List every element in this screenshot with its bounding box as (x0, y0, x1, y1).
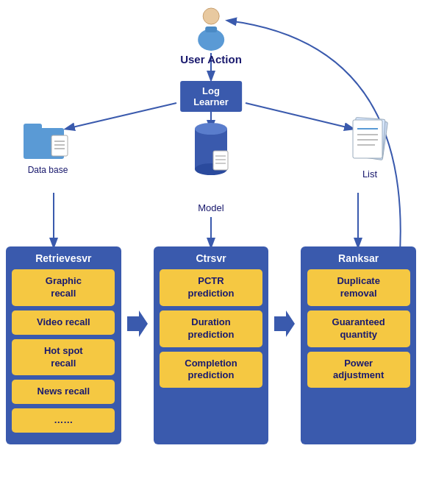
list-label: List (362, 168, 377, 180)
column-ctrsvr-title: Ctrsvr (196, 252, 226, 264)
svg-marker-30 (127, 310, 148, 337)
column-retrievesvr: Retrievesvr Graphicrecall Video recall H… (6, 246, 121, 444)
list-area: List (347, 114, 393, 180)
cylinder-area: Model (189, 114, 233, 213)
col-item-hot-spot-recall: Hot spotrecall (12, 339, 115, 376)
model-label: Model (198, 202, 223, 213)
col-item-video-recall: Video recall (12, 310, 115, 335)
column-ranksar: Ranksar Duplicateremoval Guaranteedquant… (301, 246, 416, 444)
log-learner-label: LogLearner (193, 85, 229, 107)
svg-rect-9 (205, 26, 217, 32)
user-icon (192, 6, 230, 52)
column-ranksar-title: Ranksar (338, 252, 379, 264)
svg-line-1 (66, 103, 176, 129)
col-item-pctr-prediction: PCTRprediction (160, 269, 262, 306)
svg-line-3 (246, 103, 353, 129)
col-item-duration-prediction: Durationprediction (160, 310, 262, 347)
arrow-1-2 (127, 246, 148, 444)
svg-rect-25 (353, 120, 382, 158)
column-retrievesvr-title: Retrievesvr (35, 252, 91, 264)
svg-rect-12 (51, 135, 68, 156)
log-learner-box: LogLearner (180, 81, 242, 112)
right-arrow-icon-2 (274, 310, 295, 337)
col-item-duplicate-removal: Duplicateremoval (307, 269, 410, 306)
col-item-power-adjustment: Poweradjustment (307, 352, 410, 388)
cylinder-icon (189, 114, 233, 180)
svg-rect-11 (24, 124, 42, 131)
user-action-area: User Action (180, 6, 242, 65)
col-item-completion-prediction: Completionprediction (160, 352, 262, 388)
col-item-ellipsis: …… (12, 408, 115, 433)
right-arrow-icon-1 (127, 310, 148, 337)
diagram: User Action LogLearner Data base (0, 0, 422, 504)
svg-point-7 (203, 8, 219, 24)
database-icon (22, 118, 74, 162)
arrow-2-3 (274, 246, 295, 444)
database-area: Data base (22, 118, 74, 175)
list-icon (347, 114, 393, 166)
col-item-graphic-recall: Graphicrecall (12, 269, 115, 306)
svg-rect-19 (213, 151, 228, 170)
database-label: Data base (28, 165, 68, 175)
column-ctrsvr: Ctrsvr PCTRprediction Durationprediction… (154, 246, 269, 444)
col-item-guaranteed-quantity: Guaranteedquantity (307, 310, 410, 347)
svg-point-17 (195, 123, 227, 135)
user-action-label: User Action (180, 53, 242, 65)
svg-marker-31 (274, 310, 295, 337)
col-item-news-recall: News recall (12, 380, 115, 404)
columns-area: Retrievesvr Graphicrecall Video recall H… (6, 246, 416, 444)
